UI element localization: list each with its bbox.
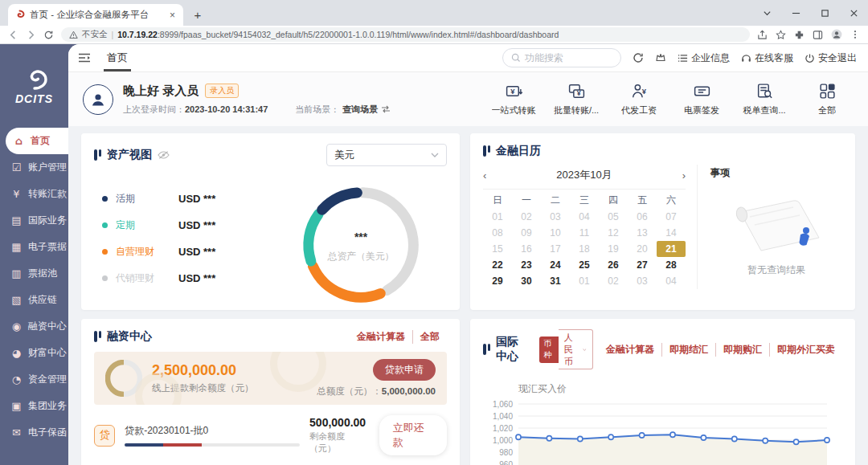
sidebar-item-fund-management[interactable]: ◔资金管理 xyxy=(0,366,68,393)
currency-select[interactable]: 美元 xyxy=(326,144,447,166)
calendar-day[interactable]: 23 xyxy=(512,257,541,273)
calendar-day[interactable]: 18 xyxy=(570,241,599,257)
calendar-day[interactable]: 24 xyxy=(541,257,570,273)
calendar-next-icon[interactable]: › xyxy=(665,169,686,182)
function-search-input[interactable]: 功能搜索 xyxy=(502,48,621,67)
calendar-day[interactable]: 30 xyxy=(512,273,541,289)
calendar-prev-icon[interactable]: ‹ xyxy=(483,169,504,182)
calendar-day-selected[interactable]: 21 xyxy=(657,241,686,257)
calendar-day[interactable]: 04 xyxy=(657,273,686,289)
calendar-day[interactable]: 04 xyxy=(570,209,599,225)
calendar-day[interactable]: 13 xyxy=(628,225,657,241)
sidebar-item-supply-chain[interactable]: ▧供应链 xyxy=(0,287,68,313)
window-restore-down-icon[interactable] xyxy=(752,0,781,26)
sidebar-item-group-business[interactable]: ▣集团业务 xyxy=(0,393,68,419)
loan-badge: 贷 xyxy=(94,425,115,447)
international-link-2[interactable]: 即期购汇 xyxy=(716,343,770,357)
calendar-day[interactable]: 11 xyxy=(570,225,599,241)
safe-logout-link[interactable]: 安全退出 xyxy=(805,51,857,65)
calendar-day[interactable]: 27 xyxy=(628,257,657,273)
calendar-day[interactable]: 03 xyxy=(628,273,657,289)
quick-action-payroll[interactable]: ¥代发工资 xyxy=(616,82,662,116)
calendar-day[interactable]: 02 xyxy=(512,209,541,225)
tab-home[interactable]: 首页 xyxy=(102,44,133,71)
bookmark-star-icon[interactable] xyxy=(776,30,786,40)
eye-slash-icon[interactable] xyxy=(158,150,170,160)
tab-close-icon[interactable]: × xyxy=(168,10,177,21)
calendar-day[interactable]: 12 xyxy=(599,225,628,241)
calendar-title: 金融日历 xyxy=(496,144,541,158)
calendar-day[interactable]: 19 xyxy=(599,241,628,257)
quick-action-batch-transfer[interactable]: ¥批量转账/... xyxy=(553,82,600,116)
sidebar-item-bill-pool[interactable]: ▥票据池 xyxy=(0,260,68,287)
sidebar-item-financing-center[interactable]: ◉融资中心 xyxy=(0,313,68,340)
calendar-day[interactable]: 28 xyxy=(657,257,686,273)
international-link-1[interactable]: 即期结汇 xyxy=(662,343,716,357)
quick-action-tax-query[interactable]: 税单查询... xyxy=(741,82,788,116)
calendar-day[interactable]: 09 xyxy=(512,225,541,241)
share-icon[interactable] xyxy=(757,30,768,40)
window-maximize-icon[interactable] xyxy=(810,0,839,26)
international-link-0[interactable]: 金融计算器 xyxy=(599,343,662,357)
sidebar-item-home[interactable]: ⌂首页 xyxy=(6,128,68,154)
calendar-day[interactable]: 05 xyxy=(599,209,628,225)
international-link-3[interactable]: 即期外汇买卖 xyxy=(770,343,842,357)
reload-icon[interactable] xyxy=(43,30,54,40)
calendar-day[interactable]: 22 xyxy=(483,257,512,273)
sidebar-item-label: 票据池 xyxy=(28,267,57,280)
sidebar-item-label: 财富中心 xyxy=(28,346,67,360)
fx-currency-select[interactable]: 人民币 xyxy=(559,329,593,369)
online-service-link[interactable]: 在线客服 xyxy=(741,51,793,65)
profile-avatar-icon[interactable] xyxy=(831,29,842,40)
calendar-day[interactable]: 16 xyxy=(512,241,541,257)
window-close-icon[interactable] xyxy=(839,0,868,26)
address-bar[interactable]: 不安全 | 10.7.19.22:8999/fpaas_bucket/94154… xyxy=(61,27,750,42)
calendar-day[interactable]: 10 xyxy=(541,225,570,241)
calendar-day[interactable]: 20 xyxy=(628,241,657,257)
theme-skin-icon[interactable] xyxy=(655,52,666,63)
donut-center-label: 总资产（美元） xyxy=(326,251,394,262)
calendar-day[interactable]: 01 xyxy=(483,209,512,225)
sidebar-item-international-business[interactable]: ▤国际业务 xyxy=(0,207,68,234)
sidebar-item-wealth-center[interactable]: ◕财富中心 xyxy=(0,340,68,366)
refresh-icon[interactable] xyxy=(633,52,644,63)
switch-scene-icon[interactable] xyxy=(381,105,391,113)
calendar-day[interactable]: 17 xyxy=(541,241,570,257)
calendar-day[interactable]: 25 xyxy=(570,257,599,273)
greeting-band: 晚上好 录入员 录入员 上次登录时间：2023-10-20 14:31:47 当… xyxy=(68,72,868,126)
calendar-day[interactable]: 29 xyxy=(483,273,512,289)
enterprise-info-link[interactable]: 企业信息 xyxy=(678,51,730,65)
quick-action-ebill-issue[interactable]: 电票签发 xyxy=(678,82,725,116)
extensions-puzzle-icon[interactable] xyxy=(794,30,805,40)
forward-icon[interactable] xyxy=(26,30,36,40)
browser-menu-icon[interactable] xyxy=(850,30,860,39)
back-icon[interactable] xyxy=(8,30,18,40)
window-minimize-icon[interactable] xyxy=(781,0,810,26)
svg-text:1,020: 1,020 xyxy=(493,424,513,433)
side-panel-icon[interactable] xyxy=(813,30,823,40)
quick-action-one-stop-transfer[interactable]: ¥一站式转账 xyxy=(490,82,537,116)
calendar-day[interactable]: 31 xyxy=(541,273,570,289)
calendar-day[interactable]: 08 xyxy=(483,225,512,241)
sidebar-item-e-guarantee[interactable]: ✉电子保函 xyxy=(0,419,68,446)
browser-tab[interactable]: 首页 - 企业综合金融服务平台 × xyxy=(8,4,183,26)
sidebar-item-transfer-remittance[interactable]: ¥转账汇款 xyxy=(0,181,68,207)
calendar-day[interactable]: 26 xyxy=(599,257,628,273)
calendar-day[interactable]: 15 xyxy=(483,241,512,257)
calendar-day[interactable]: 02 xyxy=(599,273,628,289)
new-tab-button[interactable]: + xyxy=(188,5,207,24)
repay-now-button[interactable]: 立即还款 xyxy=(379,415,447,455)
calendar-day[interactable]: 01 xyxy=(570,273,599,289)
quick-action-all[interactable]: 全部 xyxy=(804,82,850,116)
calendar-day[interactable]: 07 xyxy=(657,209,686,225)
financing-link-1[interactable]: 全部 xyxy=(413,330,447,344)
collapse-menu-icon[interactable] xyxy=(78,52,91,63)
calendar-day[interactable]: 14 xyxy=(657,225,686,241)
financing-link-0[interactable]: 金融计算器 xyxy=(350,330,413,344)
calendar-day[interactable]: 06 xyxy=(628,209,657,225)
loan-apply-button[interactable]: 贷款申请 xyxy=(373,359,436,381)
sidebar-item-e-bill[interactable]: ▦电子票据 xyxy=(0,234,68,260)
sidebar-item-account-management[interactable]: ☑账户管理 xyxy=(0,154,68,181)
calendar-day[interactable]: 03 xyxy=(541,209,570,225)
quick-action-label: 税单查询... xyxy=(743,104,785,116)
